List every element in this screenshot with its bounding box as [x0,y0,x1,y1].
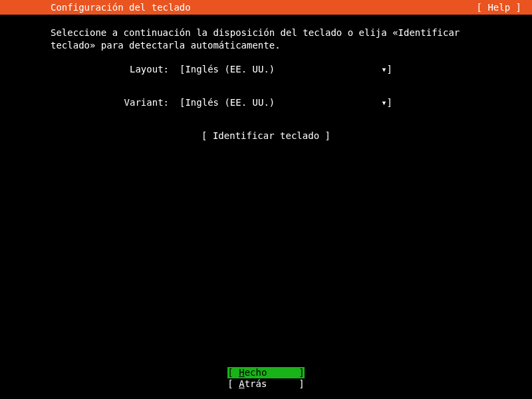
back-label: Atrás [239,378,299,390]
layout-value: Inglés (EE. UU.) [185,64,381,74]
header-bar: Configuración del teclado [ Help ] [0,0,532,15]
content-area: Seleccione a continuación la disposición… [0,15,532,141]
bracket-close: ] [387,64,392,74]
help-button[interactable]: [ Help ] [477,2,521,13]
layout-dropdown[interactable]: [ Inglés (EE. UU.) ▾ ] [180,64,392,74]
identify-row: [ Identificar teclado ] [0,130,532,141]
instruction-line1: Seleccione a continuación la disposición… [51,27,460,38]
bracket-open: [ [227,378,239,389]
page-title: Configuración del teclado [51,2,191,13]
instruction-text: Seleccione a continuación la disposición… [0,15,532,52]
chevron-down-icon: ▾ [381,97,386,108]
layout-row: Layout: [ Inglés (EE. UU.) ▾ ] [0,64,532,74]
variant-label: Variant: [0,97,180,108]
variant-value: Inglés (EE. UU.) [185,97,381,108]
chevron-down-icon: ▾ [381,64,386,74]
identify-label: Identificar teclado [213,130,319,141]
done-label: Hecho [239,367,299,378]
footer-buttons: [ Hecho] [ Atrás] [0,367,532,390]
bracket-close: ] [299,378,304,389]
bracket-open: [ [180,64,185,74]
bracket-close: ] [299,367,304,378]
bracket-close: ] [387,97,392,108]
layout-label: Layout: [0,64,180,74]
variant-dropdown[interactable]: [ Inglés (EE. UU.) ▾ ] [180,97,392,108]
done-button[interactable]: [ Hecho] [227,367,304,378]
bracket-open: [ [180,97,185,108]
variant-row: Variant: [ Inglés (EE. UU.) ▾ ] [0,97,532,108]
identify-keyboard-button[interactable]: [ Identificar teclado ] [201,130,331,141]
bracket-open: [ [227,367,239,378]
bracket-open: [ [201,130,213,141]
back-button[interactable]: [ Atrás] [227,378,304,390]
bracket-close: ] [319,130,331,141]
instruction-line2: teclado» para detectarla automáticamente… [51,40,281,51]
